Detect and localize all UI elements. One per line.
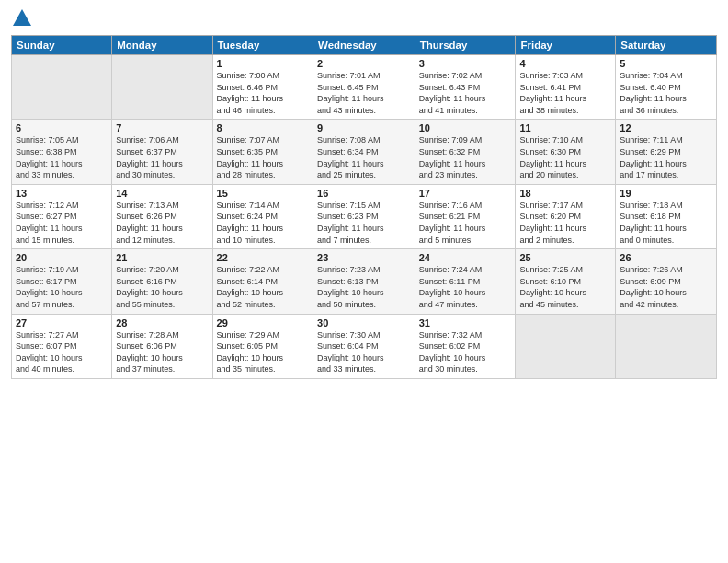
calendar-cell: 9Sunrise: 7:08 AM Sunset: 6:34 PM Daylig…	[313, 120, 415, 184]
cell-info: Sunrise: 7:16 AM Sunset: 6:21 PM Dayligh…	[419, 200, 512, 246]
calendar-cell: 21Sunrise: 7:20 AM Sunset: 6:16 PM Dayli…	[112, 249, 212, 314]
cell-info: Sunrise: 7:01 AM Sunset: 6:45 PM Dayligh…	[317, 70, 411, 116]
cell-info: Sunrise: 7:02 AM Sunset: 6:43 PM Dayligh…	[419, 70, 512, 116]
cell-info: Sunrise: 7:18 AM Sunset: 6:18 PM Dayligh…	[620, 200, 712, 246]
calendar-week-row: 13Sunrise: 7:12 AM Sunset: 6:27 PM Dayli…	[12, 184, 717, 248]
weekday-header: Thursday	[415, 36, 516, 55]
day-number: 15	[217, 188, 309, 199]
weekday-header: Monday	[112, 36, 212, 55]
calendar-cell	[616, 314, 717, 378]
calendar-cell: 14Sunrise: 7:13 AM Sunset: 6:26 PM Dayli…	[112, 184, 212, 248]
cell-info: Sunrise: 7:30 AM Sunset: 6:04 PM Dayligh…	[317, 329, 411, 375]
calendar-cell: 3Sunrise: 7:02 AM Sunset: 6:43 PM Daylig…	[415, 55, 516, 120]
cell-info: Sunrise: 7:04 AM Sunset: 6:40 PM Dayligh…	[620, 70, 712, 116]
day-number: 12	[620, 122, 712, 133]
day-number: 14	[116, 188, 208, 199]
cell-info: Sunrise: 7:15 AM Sunset: 6:23 PM Dayligh…	[317, 200, 411, 246]
calendar-cell: 5Sunrise: 7:04 AM Sunset: 6:40 PM Daylig…	[616, 55, 717, 120]
calendar-cell: 29Sunrise: 7:29 AM Sunset: 6:05 PM Dayli…	[212, 314, 313, 378]
calendar-cell: 8Sunrise: 7:07 AM Sunset: 6:35 PM Daylig…	[212, 120, 313, 184]
day-number: 26	[620, 252, 712, 263]
calendar-cell: 11Sunrise: 7:10 AM Sunset: 6:30 PM Dayli…	[516, 120, 616, 184]
cell-info: Sunrise: 7:07 AM Sunset: 6:35 PM Dayligh…	[217, 134, 309, 180]
cell-info: Sunrise: 7:13 AM Sunset: 6:26 PM Dayligh…	[116, 200, 208, 246]
calendar-cell: 4Sunrise: 7:03 AM Sunset: 6:41 PM Daylig…	[516, 55, 616, 120]
logo-triangle-icon	[13, 9, 31, 26]
calendar-cell: 28Sunrise: 7:28 AM Sunset: 6:06 PM Dayli…	[112, 314, 212, 378]
cell-info: Sunrise: 7:25 AM Sunset: 6:10 PM Dayligh…	[519, 264, 611, 310]
day-number: 1	[217, 58, 309, 69]
day-number: 10	[419, 122, 512, 133]
cell-info: Sunrise: 7:08 AM Sunset: 6:34 PM Dayligh…	[317, 134, 411, 180]
cell-info: Sunrise: 7:29 AM Sunset: 6:05 PM Dayligh…	[217, 329, 309, 375]
cell-info: Sunrise: 7:32 AM Sunset: 6:02 PM Dayligh…	[419, 329, 512, 375]
day-number: 27	[16, 317, 108, 328]
cell-info: Sunrise: 7:05 AM Sunset: 6:38 PM Dayligh…	[16, 134, 108, 180]
calendar-cell	[12, 55, 112, 120]
calendar-cell: 7Sunrise: 7:06 AM Sunset: 6:37 PM Daylig…	[112, 120, 212, 184]
calendar-week-row: 1Sunrise: 7:00 AM Sunset: 6:46 PM Daylig…	[12, 55, 717, 120]
weekday-header: Wednesday	[313, 36, 415, 55]
cell-info: Sunrise: 7:09 AM Sunset: 6:32 PM Dayligh…	[419, 134, 512, 180]
cell-info: Sunrise: 7:24 AM Sunset: 6:11 PM Dayligh…	[419, 264, 512, 310]
calendar-cell: 30Sunrise: 7:30 AM Sunset: 6:04 PM Dayli…	[313, 314, 415, 378]
cell-info: Sunrise: 7:19 AM Sunset: 6:17 PM Dayligh…	[16, 264, 108, 310]
calendar-cell: 1Sunrise: 7:00 AM Sunset: 6:46 PM Daylig…	[212, 55, 313, 120]
weekday-header: Friday	[516, 36, 616, 55]
calendar-header-row: SundayMondayTuesdayWednesdayThursdayFrid…	[12, 36, 717, 55]
calendar-cell: 20Sunrise: 7:19 AM Sunset: 6:17 PM Dayli…	[12, 249, 112, 314]
cell-info: Sunrise: 7:17 AM Sunset: 6:20 PM Dayligh…	[519, 200, 611, 246]
day-number: 18	[519, 188, 611, 199]
calendar-cell: 31Sunrise: 7:32 AM Sunset: 6:02 PM Dayli…	[415, 314, 516, 378]
svg-marker-0	[13, 9, 31, 26]
day-number: 7	[116, 122, 208, 133]
calendar-page: SundayMondayTuesdayWednesdayThursdayFrid…	[0, 0, 728, 563]
day-number: 16	[317, 188, 411, 199]
day-number: 24	[419, 252, 512, 263]
day-number: 25	[519, 252, 611, 263]
calendar-cell: 13Sunrise: 7:12 AM Sunset: 6:27 PM Dayli…	[12, 184, 112, 248]
calendar-week-row: 27Sunrise: 7:27 AM Sunset: 6:07 PM Dayli…	[12, 314, 717, 378]
calendar-cell: 12Sunrise: 7:11 AM Sunset: 6:29 PM Dayli…	[616, 120, 717, 184]
day-number: 23	[317, 252, 411, 263]
logo	[11, 9, 31, 29]
cell-info: Sunrise: 7:10 AM Sunset: 6:30 PM Dayligh…	[519, 134, 611, 180]
day-number: 3	[419, 58, 512, 69]
calendar-cell: 6Sunrise: 7:05 AM Sunset: 6:38 PM Daylig…	[12, 120, 112, 184]
day-number: 5	[620, 58, 712, 69]
weekday-header: Sunday	[12, 36, 112, 55]
calendar-cell: 23Sunrise: 7:23 AM Sunset: 6:13 PM Dayli…	[313, 249, 415, 314]
calendar-cell: 16Sunrise: 7:15 AM Sunset: 6:23 PM Dayli…	[313, 184, 415, 248]
calendar-cell	[112, 55, 212, 120]
day-number: 9	[317, 122, 411, 133]
calendar-cell: 17Sunrise: 7:16 AM Sunset: 6:21 PM Dayli…	[415, 184, 516, 248]
cell-info: Sunrise: 7:14 AM Sunset: 6:24 PM Dayligh…	[217, 200, 309, 246]
calendar-week-row: 20Sunrise: 7:19 AM Sunset: 6:17 PM Dayli…	[12, 249, 717, 314]
day-number: 4	[519, 58, 611, 69]
cell-info: Sunrise: 7:00 AM Sunset: 6:46 PM Dayligh…	[217, 70, 309, 116]
cell-info: Sunrise: 7:11 AM Sunset: 6:29 PM Dayligh…	[620, 134, 712, 180]
cell-info: Sunrise: 7:28 AM Sunset: 6:06 PM Dayligh…	[116, 329, 208, 375]
cell-info: Sunrise: 7:27 AM Sunset: 6:07 PM Dayligh…	[16, 329, 108, 375]
day-number: 13	[16, 188, 108, 199]
calendar-cell: 26Sunrise: 7:26 AM Sunset: 6:09 PM Dayli…	[616, 249, 717, 314]
cell-info: Sunrise: 7:12 AM Sunset: 6:27 PM Dayligh…	[16, 200, 108, 246]
calendar-cell: 18Sunrise: 7:17 AM Sunset: 6:20 PM Dayli…	[516, 184, 616, 248]
day-number: 19	[620, 188, 712, 199]
calendar-table: SundayMondayTuesdayWednesdayThursdayFrid…	[11, 35, 717, 379]
day-number: 11	[519, 122, 611, 133]
day-number: 21	[116, 252, 208, 263]
calendar-cell: 22Sunrise: 7:22 AM Sunset: 6:14 PM Dayli…	[212, 249, 313, 314]
calendar-cell: 24Sunrise: 7:24 AM Sunset: 6:11 PM Dayli…	[415, 249, 516, 314]
day-number: 6	[16, 122, 108, 133]
day-number: 28	[116, 317, 208, 328]
calendar-cell: 25Sunrise: 7:25 AM Sunset: 6:10 PM Dayli…	[516, 249, 616, 314]
calendar-cell: 27Sunrise: 7:27 AM Sunset: 6:07 PM Dayli…	[12, 314, 112, 378]
weekday-header: Saturday	[616, 36, 717, 55]
day-number: 2	[317, 58, 411, 69]
day-number: 30	[317, 317, 411, 328]
cell-info: Sunrise: 7:23 AM Sunset: 6:13 PM Dayligh…	[317, 264, 411, 310]
day-number: 31	[419, 317, 512, 328]
cell-info: Sunrise: 7:22 AM Sunset: 6:14 PM Dayligh…	[217, 264, 309, 310]
day-number: 29	[217, 317, 309, 328]
